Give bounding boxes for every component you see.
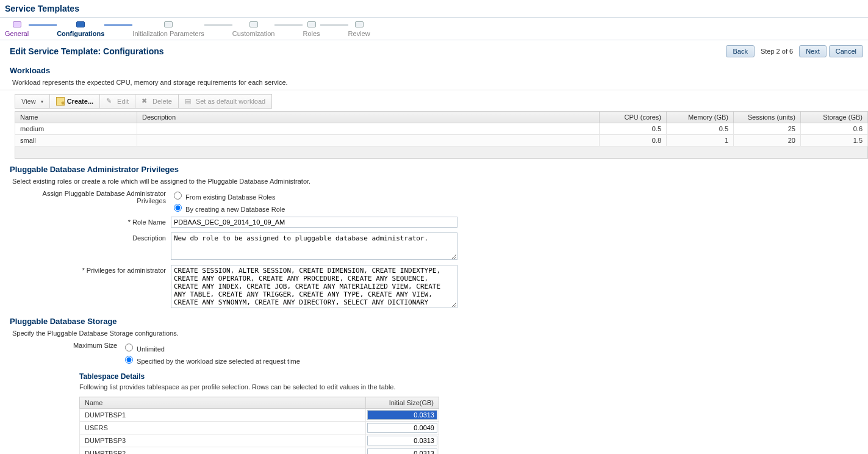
size-option-workload[interactable]: Specified by the workload size selected …	[122, 354, 300, 365]
view-menu[interactable]: View	[15, 95, 50, 108]
cell-name: medium	[15, 123, 137, 135]
col-mem[interactable]: Memory (GB)	[667, 112, 734, 123]
col-sess[interactable]: Sessions (units)	[734, 112, 801, 123]
size-radio-workload[interactable]	[125, 356, 133, 364]
wizard-train: GeneralConfigurationsInitialization Para…	[0, 17, 868, 40]
delete-label: Delete	[152, 98, 172, 105]
wizard-step-label: Initialization Parameters	[132, 30, 204, 37]
back-button[interactable]: Back	[726, 45, 754, 57]
col-cpu[interactable]: CPU (cores)	[600, 112, 667, 123]
col-desc[interactable]: Description	[137, 112, 600, 123]
priv-radio-new[interactable]	[174, 204, 182, 212]
storage-heading: Pluggable Database Storage	[0, 311, 868, 327]
wizard-nav: Back Step 2 of 6 Next Cancel	[726, 45, 863, 57]
workloads-table[interactable]: Name Description CPU (cores) Memory (GB)…	[15, 111, 868, 146]
workloads-desc: Workload represents the expected CPU, me…	[0, 76, 868, 90]
wizard-step-review[interactable]: Review	[348, 21, 370, 37]
role-name-input[interactable]	[171, 217, 457, 228]
priv-heading: Pluggable Database Administrator Privile…	[0, 159, 868, 175]
wizard-step-general[interactable]: General	[5, 21, 29, 37]
list-icon	[185, 97, 193, 106]
wizard-node-icon	[355, 21, 364, 27]
create-button[interactable]: Create...	[50, 95, 100, 108]
size-option-unlimited-label: Unlimited	[137, 345, 165, 353]
priv-option-existing[interactable]: From existing Database Roles	[171, 190, 285, 201]
cell-sess: 25	[734, 123, 801, 135]
wizard-node-icon	[13, 21, 21, 27]
cell-stor: 1.5	[801, 135, 868, 146]
cell-desc	[137, 123, 600, 135]
cell-cpu: 0.8	[600, 135, 667, 146]
storage-desc: Specify the Pluggable Database Storage c…	[0, 327, 868, 340]
cell-name: small	[15, 135, 137, 146]
create-icon	[56, 97, 65, 106]
cell-stor: 0.6	[801, 123, 868, 135]
step-indicator: Step 2 of 6	[757, 48, 797, 55]
ts-col-name[interactable]: Name	[80, 397, 366, 409]
tablespace-desc: Following list provides tablespace as pe…	[0, 383, 868, 394]
wizard-step-configurations[interactable]: Configurations	[57, 21, 104, 37]
tablespace-table[interactable]: Name Initial Size(GB) DUMPTBSP1USERSDUMP…	[79, 397, 439, 454]
create-label: Create...	[67, 98, 93, 105]
wizard-step-initialization-parameters[interactable]: Initialization Parameters	[132, 21, 204, 37]
page-title: Service Templates	[0, 0, 868, 17]
priv-option-new[interactable]: By creating a new Database Role	[171, 202, 285, 213]
wizard-node-icon	[76, 21, 85, 27]
cell-mem: 1	[667, 135, 734, 146]
edit-button[interactable]: Edit	[100, 95, 135, 108]
table-row[interactable]: USERS	[80, 422, 439, 434]
max-size-label: Maximum Size	[12, 342, 122, 349]
size-radio-unlimited[interactable]	[125, 344, 133, 351]
set-default-label: Set as default workload	[196, 98, 265, 105]
ts-size-input[interactable]	[367, 436, 437, 445]
col-stor[interactable]: Storage (GB)	[801, 112, 868, 123]
wizard-step-customization[interactable]: Customization	[232, 21, 275, 37]
ts-col-size[interactable]: Initial Size(GB)	[366, 397, 439, 409]
ts-cell-name: DUMPTBSP3	[80, 434, 366, 447]
size-option-unlimited[interactable]: Unlimited	[122, 342, 300, 353]
workloads-heading: Workloads	[0, 60, 868, 76]
set-default-button[interactable]: Set as default workload	[179, 95, 271, 108]
ts-cell-name: USERS	[80, 422, 366, 434]
size-option-workload-label: Specified by the workload size selected …	[137, 358, 300, 365]
cancel-button[interactable]: Cancel	[829, 45, 863, 57]
edit-label: Edit	[117, 98, 129, 105]
pencil-icon	[106, 97, 115, 106]
wizard-step-roles[interactable]: Roles	[303, 21, 320, 37]
ts-cell-name: DUMPTBSP2	[80, 447, 366, 455]
table-row[interactable]: medium0.50.5250.6	[15, 123, 868, 135]
table-row[interactable]: DUMPTBSP2	[80, 447, 439, 455]
subtitle: Edit Service Template: Configurations	[10, 46, 164, 56]
wizard-node-icon	[164, 21, 173, 27]
col-name[interactable]: Name	[15, 112, 137, 123]
table-row[interactable]: DUMPTBSP1	[80, 409, 439, 422]
table-row[interactable]: DUMPTBSP3	[80, 434, 439, 447]
delete-button[interactable]: Delete	[135, 95, 179, 108]
role-desc-label: Description	[12, 232, 171, 242]
priv-option-new-label: By creating a new Database Role	[185, 206, 285, 213]
priv-desc: Select existing roles or create a role w…	[0, 175, 868, 189]
wizard-step-label: Configurations	[57, 30, 104, 37]
cell-sess: 20	[734, 135, 801, 146]
wizard-step-label: Review	[348, 30, 370, 37]
wizard-node-icon	[307, 21, 316, 27]
wizard-node-icon	[249, 21, 258, 27]
privs-textarea[interactable]	[171, 265, 457, 308]
ts-size-input[interactable]	[367, 423, 437, 433]
cell-mem: 0.5	[667, 123, 734, 135]
priv-option-existing-label: From existing Database Roles	[185, 193, 275, 201]
ts-size-input[interactable]	[367, 410, 437, 420]
tablespace-heading: Tablespace Details	[0, 366, 868, 383]
next-button[interactable]: Next	[799, 45, 827, 57]
role-desc-textarea[interactable]	[171, 232, 457, 260]
wizard-step-label: Roles	[303, 30, 320, 37]
workloads-toolbar: View Create... Edit Delete Set as defaul…	[15, 94, 272, 109]
wizard-step-label: Customization	[232, 30, 275, 37]
ts-size-input[interactable]	[367, 449, 437, 454]
wizard-step-label: General	[5, 30, 29, 37]
delete-icon	[142, 97, 150, 106]
table-row[interactable]: small0.81201.5	[15, 135, 868, 146]
privs-label: Privileges for administrator	[12, 265, 171, 274]
priv-radio-existing[interactable]	[174, 192, 182, 200]
cell-cpu: 0.5	[600, 123, 667, 135]
